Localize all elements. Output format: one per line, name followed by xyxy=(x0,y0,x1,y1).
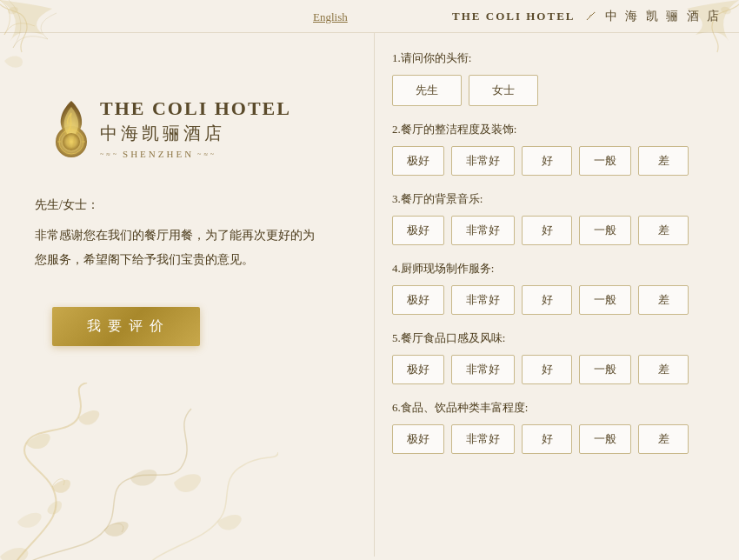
option-btn-q6-0[interactable]: 极好 xyxy=(392,424,444,454)
deco-bottom-left xyxy=(0,383,261,557)
option-btn-q2-2[interactable]: 好 xyxy=(522,146,572,176)
option-btn-q5-1[interactable]: 非常好 xyxy=(451,355,515,384)
options-row-q2: 极好非常好好一般差 xyxy=(392,146,713,176)
option-btn-q3-2[interactable]: 好 xyxy=(522,216,572,245)
welcome-text-2: 您服务，希望阁下给予我们宝贵的意见。 xyxy=(35,248,339,272)
option-btn-q4-0[interactable]: 极好 xyxy=(392,285,444,315)
question-block-q2: 2.餐厅的整洁程度及装饰:极好非常好好一般差 xyxy=(392,122,713,176)
options-row-q3: 极好非常好好一般差 xyxy=(392,216,713,245)
options-row-q5: 极好非常好好一般差 xyxy=(392,355,713,384)
option-btn-q3-1[interactable]: 非常好 xyxy=(451,216,515,245)
logo-shenzhen: SHENZHEN xyxy=(100,149,291,159)
svg-point-4 xyxy=(63,133,80,150)
top-bar-right: THE COLI HOTEL ⟋ 中 海 凯 骊 酒 店 xyxy=(452,7,722,25)
option-btn-q4-1[interactable]: 非常好 xyxy=(451,285,515,315)
options-row-q4: 极好非常好好一般差 xyxy=(392,285,713,315)
question-label-q4: 4.厨师现场制作服务: xyxy=(392,261,713,277)
option-btn-q2-4[interactable]: 差 xyxy=(638,146,689,176)
option-btn-q2-1[interactable]: 非常好 xyxy=(451,146,515,176)
cta-button[interactable]: 我 要 评 价 xyxy=(52,307,200,346)
logo-area: THE COLI HOTEL 中海凯骊酒店 SHENZHEN xyxy=(43,94,348,163)
option-btn-q4-3[interactable]: 一般 xyxy=(579,285,631,315)
option-btn-q2-3[interactable]: 一般 xyxy=(579,146,631,176)
option-btn-q6-3[interactable]: 一般 xyxy=(579,424,631,454)
logo-cn: 中海凯骊酒店 xyxy=(100,122,291,145)
left-panel: THE COLI HOTEL 中海凯骊酒店 SHENZHEN 先生/女士： 非常… xyxy=(0,33,374,557)
option-btn-q6-4[interactable]: 差 xyxy=(638,424,689,454)
welcome-text: 非常感谢您在我们的餐厅用餐，为了能再次更好的为 xyxy=(35,223,339,248)
question-block-q5: 5.餐厅食品口感及风味:极好非常好好一般差 xyxy=(392,330,713,384)
question-block-q1: 1.请问你的头衔:先生女士 xyxy=(392,50,713,106)
question-label-q6: 6.食品、饮品种类丰富程度: xyxy=(392,400,713,416)
greeting-text: 先生/女士： xyxy=(35,197,339,213)
question-label-q1: 1.请问你的头衔: xyxy=(392,50,713,66)
question-label-q3: 3.餐厅的背景音乐: xyxy=(392,191,713,207)
option-btn-q5-2[interactable]: 好 xyxy=(522,355,572,384)
top-bar: English THE COLI HOTEL ⟋ 中 海 凯 骊 酒 店 xyxy=(0,0,739,33)
option-btn-q4-4[interactable]: 差 xyxy=(638,285,689,315)
options-row-q6: 极好非常好好一般差 xyxy=(392,424,713,454)
logo-text: THE COLI HOTEL 中海凯骊酒店 SHENZHEN xyxy=(100,97,291,159)
option-btn-q6-1[interactable]: 非常好 xyxy=(451,424,515,454)
option-btn-q4-2[interactable]: 好 xyxy=(522,285,572,315)
top-bar-left: English xyxy=(17,9,452,24)
options-row-q1: 先生女士 xyxy=(392,75,713,106)
option-btn-q5-3[interactable]: 一般 xyxy=(579,355,631,384)
question-label-q2: 2.餐厅的整洁程度及装饰: xyxy=(392,122,713,137)
logo-icon xyxy=(43,94,100,163)
question-block-q3: 3.餐厅的背景音乐:极好非常好好一般差 xyxy=(392,191,713,245)
option-btn-q3-3[interactable]: 一般 xyxy=(579,216,631,245)
option-btn-q3-4[interactable]: 差 xyxy=(638,216,689,245)
option-btn-q5-4[interactable]: 差 xyxy=(638,355,689,384)
question-block-q4: 4.厨师现场制作服务:极好非常好好一般差 xyxy=(392,261,713,315)
question-block-q6: 6.食品、饮品种类丰富程度:极好非常好好一般差 xyxy=(392,400,713,454)
option-btn-q1-1[interactable]: 女士 xyxy=(469,75,538,106)
option-btn-q2-0[interactable]: 极好 xyxy=(392,146,444,176)
right-panel[interactable]: 1.请问你的头衔:先生女士2.餐厅的整洁程度及装饰:极好非常好好一般差3.餐厅的… xyxy=(374,33,739,557)
hotel-name-en-top: THE COLI HOTEL xyxy=(452,10,575,23)
logo-en: THE COLI HOTEL xyxy=(100,97,291,120)
option-btn-q5-0[interactable]: 极好 xyxy=(392,355,444,384)
welcome-section: 先生/女士： 非常感谢您在我们的餐厅用餐，为了能再次更好的为 您服务，希望阁下给… xyxy=(26,197,348,272)
main-container: THE COLI HOTEL 中海凯骊酒店 SHENZHEN 先生/女士： 非常… xyxy=(0,33,739,557)
option-btn-q6-2[interactable]: 好 xyxy=(522,424,572,454)
hotel-name-cn-top: 中 海 凯 骊 酒 店 xyxy=(605,9,722,24)
option-btn-q3-0[interactable]: 极好 xyxy=(392,216,444,245)
english-link[interactable]: English xyxy=(313,10,348,23)
question-label-q5: 5.餐厅食品口感及风味: xyxy=(392,330,713,346)
option-btn-q1-0[interactable]: 先生 xyxy=(392,75,462,106)
divider-icon: ⟋ xyxy=(583,7,598,25)
